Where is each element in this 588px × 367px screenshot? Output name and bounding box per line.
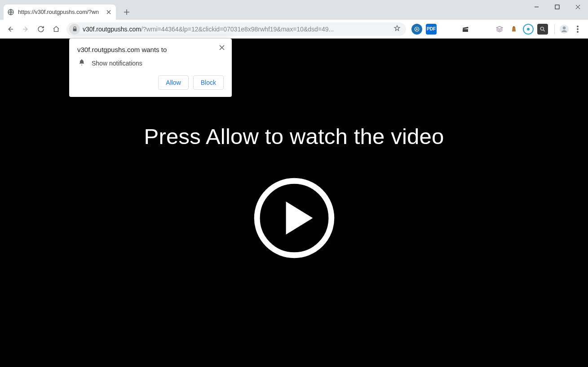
browser-toolbar: v30f.routgpushs.com /?wmi=44364&lp=12&cl… [0, 20, 588, 39]
permission-item: Show notifications [92, 60, 142, 67]
tab-title: https://v30f.routgpushs.com/?wn [18, 9, 105, 15]
bag-extension-icon[interactable] [508, 24, 519, 35]
extension-spacer [440, 24, 456, 35]
address-bar[interactable]: v30f.routgpushs.com /?wmi=44364&lp=12&cl… [66, 22, 406, 36]
back-button[interactable] [4, 22, 17, 36]
tab-close-icon[interactable] [105, 9, 112, 16]
window-controls [526, 0, 588, 13]
svg-point-9 [577, 26, 579, 27]
play-button[interactable] [253, 177, 336, 259]
allow-button-label: Allow [166, 79, 181, 86]
home-button[interactable] [49, 22, 63, 36]
browser-tab[interactable]: https://v30f.routgpushs.com/?wn [4, 4, 116, 20]
svg-point-3 [416, 28, 418, 30]
kebab-menu-button[interactable] [571, 22, 584, 36]
pdf-extension-icon[interactable]: PDF [426, 24, 437, 35]
url-host: v30f.routgpushs.com [83, 26, 141, 33]
svg-point-11 [577, 31, 579, 33]
svg-rect-1 [555, 5, 559, 9]
window-minimize-button[interactable] [526, 0, 547, 13]
clapper-extension-icon[interactable] [460, 24, 471, 35]
new-tab-button[interactable] [120, 6, 133, 18]
profile-button[interactable] [557, 22, 571, 36]
lock-icon[interactable] [69, 24, 80, 35]
search-extension-icon[interactable] [537, 24, 548, 35]
page-headline: Press Allow to watch the video [144, 124, 444, 149]
svg-point-5 [527, 28, 530, 31]
extension-icons: PDF [411, 24, 548, 35]
bell-icon [78, 59, 85, 67]
window-maximize-button[interactable] [547, 0, 567, 13]
tab-strip: https://v30f.routgpushs.com/?wn [0, 0, 588, 20]
toolbar-separator [554, 24, 555, 34]
reload-button[interactable] [34, 22, 48, 36]
circle-extension-icon[interactable] [523, 24, 534, 35]
svg-point-10 [577, 28, 579, 30]
globe-icon [7, 9, 14, 16]
url-path: /?wmi=44364&lp=12&clickid=07031e8x98rwhf… [141, 26, 391, 33]
block-button[interactable]: Block [193, 75, 224, 90]
stack-extension-icon[interactable] [494, 24, 505, 35]
extension-spacer-2 [474, 24, 491, 35]
svg-point-8 [563, 26, 566, 29]
svg-point-6 [540, 27, 544, 30]
extension-icon-1[interactable] [411, 24, 422, 35]
close-icon[interactable] [217, 42, 227, 53]
notification-permission-prompt: v30f.routgpushs.com wants to Show notifi… [69, 39, 232, 97]
svg-point-4 [513, 26, 515, 27]
forward-button[interactable] [19, 22, 32, 36]
svg-marker-13 [286, 201, 313, 235]
window-close-button[interactable] [567, 0, 588, 13]
block-button-label: Block [201, 79, 216, 86]
allow-button[interactable]: Allow [158, 75, 188, 90]
bookmark-star-icon[interactable] [391, 25, 403, 34]
permission-title: v30f.routgpushs.com wants to [77, 46, 224, 53]
pdf-extension-label: PDF [427, 26, 436, 31]
